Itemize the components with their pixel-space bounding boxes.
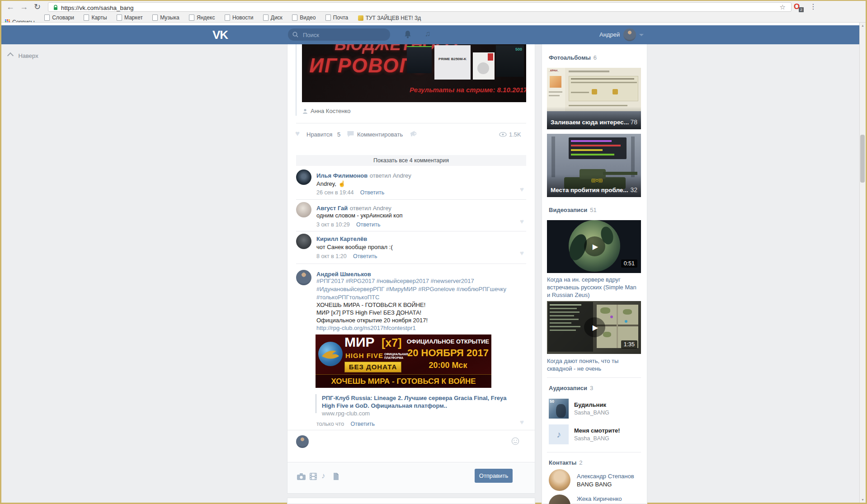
attach-video-icon[interactable] [310,473,317,480]
vk-logo[interactable]: VK [212,28,228,42]
link-preview-title[interactable]: РПГ-Клуб Russia: Lineage 2. Лучшие серве… [322,394,521,410]
contact-name[interactable]: Александр Степанов [577,473,634,480]
play-icon[interactable]: ▶ [584,317,605,337]
photo-album-thumb[interactable]: (((O))) Места пробития пробле... 32 [547,134,641,197]
audios-section-header[interactable]: Аудиозаписи3 [549,385,593,391]
audio-title[interactable]: Будильник [574,401,606,408]
comment-input[interactable] [314,434,509,449]
reply-link[interactable]: Ответить [356,221,380,228]
bookmark-yandex[interactable]: Яндекс [189,13,215,22]
header-user-name[interactable]: Андрей [599,31,620,38]
comment-author[interactable]: Андрей Шмельков [316,271,371,278]
back-icon[interactable]: ← [6,2,14,11]
hashtags-line[interactable]: #ИдунановыйсерверРПГ #МируМИР #RPGonelov… [316,286,506,292]
attach-photo-icon[interactable] [297,473,306,480]
comment-like-heart-icon[interactable]: ♥ [520,217,524,225]
comment-like-heart-icon[interactable]: ♥ [520,185,524,193]
audio-title[interactable]: Меня смотрите! [574,427,620,434]
ssd-box [473,52,495,80]
like-button[interactable]: Нравится [306,131,332,138]
contacts-section-header[interactable]: Контакты2 [549,459,583,466]
videos-section-header[interactable]: Видеозаписи51 [549,207,597,213]
comment-avatar[interactable] [296,270,311,285]
reply-link[interactable]: Ответить [351,421,375,427]
scrollbar-track[interactable]: ▲ ▼ [859,23,866,503]
search-box[interactable] [288,28,390,41]
comment-date: только что [316,421,344,427]
bookmark-video[interactable]: Видео [292,13,316,22]
scrollbar-thumb[interactable] [860,135,865,183]
comment-author[interactable]: Илья Филимонов [316,172,368,179]
attach-audio-icon[interactable]: ♪ [321,471,325,480]
back-to-top[interactable]: Наверх [8,52,38,60]
bookmark-slovari[interactable]: Словари [44,13,74,22]
bookmark-pochta[interactable]: Почта [325,13,348,22]
link-preview-url[interactable]: www.rpg-club.com [322,410,370,417]
comment-author[interactable]: Кирилл Картелёв [316,236,367,242]
banner-open2: 20 НОЯБРЯ 2017 [405,347,491,359]
video-title[interactable]: Когда на ин. сервере вдруг встречаешь ру… [547,276,640,299]
notifications-bell-icon[interactable] [404,30,412,39]
show-all-comments[interactable]: Показать все 4 комментария [296,155,526,166]
photos-section-header[interactable]: Фотоальбомы6 [549,54,597,61]
comment-avatar[interactable] [296,170,311,185]
divider [287,430,535,430]
share-megaphone-icon[interactable] [410,130,418,137]
gpu-box [407,46,432,73]
bookmark-star-icon[interactable]: ☆ [780,3,786,11]
bookmark-disk[interactable]: Диск [263,13,283,22]
browser-menu-icon[interactable]: ⋮ [810,2,817,11]
audio-cover-placeholder-note-icon[interactable]: ♪ [549,424,569,444]
post-image[interactable]: БЮДЖЕТНОГО ИГРОВОГО ПК PRIME B250M-K 500… [302,44,526,102]
header-avatar[interactable] [623,28,636,41]
forward-icon[interactable]: → [20,2,28,11]
music-icon[interactable]: ♫ [425,29,431,38]
comment-author[interactable]: Август Гай [316,205,348,212]
forum-quote-box [569,76,638,101]
audio-artist[interactable]: Sasha_BANG [574,410,609,416]
hashtags-line[interactable]: #РПГ2017 #RPG2017 #новыйсервер2017 #news… [316,278,474,284]
attach-document-icon[interactable] [333,473,339,480]
reload-icon[interactable]: ↻ [34,2,41,11]
comment-avatar[interactable] [296,234,311,249]
audio-artist[interactable]: Sasha_BANG [574,435,609,442]
scroll-down-arrow[interactable]: ▼ [861,498,864,501]
comment-avatar[interactable] [296,202,311,217]
send-button[interactable]: Отправить [475,469,513,483]
reply-link[interactable]: Ответить [360,189,384,196]
bookmark-karty[interactable]: Карты [84,13,107,22]
contact-name[interactable]: Жека Кириченко [577,495,622,502]
chevron-down-icon[interactable] [639,34,644,36]
bookmark-zaitsev[interactable]: ТУТ ЗАЙЦЕВ НЕТ! Зд [358,14,421,23]
repost-quote-line [296,44,297,116]
comment-link[interactable]: http://rpg-club.org/ns2017hfcontestpr1 [316,325,416,331]
bookmark-market[interactable]: Маркет [117,13,143,22]
comment-like-heart-icon[interactable]: ♥ [520,418,524,426]
comment-like-heart-icon[interactable]: ♥ [520,249,524,257]
forum-text-bar [569,71,609,72]
url-input[interactable] [61,5,773,11]
video-title[interactable]: Когда дают понять, что ты сквадной - не … [547,357,640,372]
bookmark-muzyka[interactable]: Музыка [152,13,179,22]
audio-cover[interactable]: 50 [549,399,569,419]
extension-icon[interactable]: O 2 [794,2,804,12]
like-heart-icon[interactable]: ♥ [295,129,300,138]
bookmark-services[interactable]: Сервисы [5,18,35,23]
bookmark-novosti[interactable]: Новости [225,13,253,22]
comment-bubble-icon[interactable] [347,131,354,137]
post-source-name[interactable]: Анна Костенко [311,108,350,114]
scroll-up-arrow[interactable]: ▲ [861,24,864,27]
reply-link[interactable]: Ответить [353,253,377,259]
emoji-smiley-icon[interactable] [511,437,519,445]
photo-album-thumb[interactable]: _КРАН_ Заливаем сюда интерес... 78 [547,68,641,129]
hashtags-line[interactable]: #толькоРПГтолькоПТС [316,294,379,301]
search-input[interactable] [302,31,385,39]
video-thumb[interactable]: ▶ 0:51 [547,220,641,273]
play-icon[interactable]: ▶ [584,236,605,256]
address-bar[interactable]: ☆ [48,2,792,12]
banner-image[interactable]: МИР [x7] HIGH FIVE ОФИЦИАЛЬНАЯ ПЛАТФОРМА… [316,334,491,388]
video-thumb[interactable]: ▶ 1:35 [547,301,641,354]
contact-avatar[interactable] [549,469,570,491]
section-title: Контакты [549,459,576,466]
comment-button[interactable]: Комментировать [357,131,403,138]
